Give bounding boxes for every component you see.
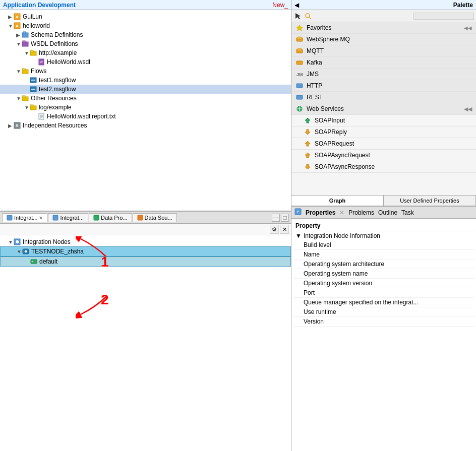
- http-icon: [295, 82, 304, 90]
- prop-row-version: Version: [293, 317, 474, 327]
- tree-item-helloworld[interactable]: ▼ A helloworld: [0, 21, 291, 30]
- palette-search-btn[interactable]: [304, 12, 313, 21]
- palette-item-soapreply[interactable]: SOAPReply: [291, 126, 476, 138]
- favorites-expand: ◀◀: [464, 25, 472, 31]
- palette-section-http[interactable]: HTTP: [291, 80, 476, 92]
- new-link[interactable]: New_: [272, 2, 288, 9]
- svg-rect-7: [23, 41, 25, 43]
- tree-label-integration-nodes: Integration Nodes: [23, 238, 71, 245]
- arrow-test1: [24, 78, 29, 83]
- maximize-btn[interactable]: □: [281, 214, 289, 222]
- tree-item-default[interactable]: default: [0, 256, 291, 267]
- tree-label-flows: Flows: [31, 68, 46, 75]
- tree-item-http-example[interactable]: ▼ http://example: [0, 48, 291, 57]
- svg-point-33: [15, 240, 19, 244]
- palette-cursor-btn[interactable]: [293, 12, 303, 21]
- properties-tab-sep1: ✕: [339, 209, 344, 216]
- svg-rect-52: [296, 84, 303, 88]
- tree-item-integration-nodes[interactable]: ▼ Integration Nodes: [0, 237, 291, 246]
- svg-text:R: R: [16, 123, 19, 128]
- palette-section-kafka[interactable]: Kafka: [291, 57, 476, 69]
- tree-item-test1[interactable]: test1.msgflow: [0, 76, 291, 85]
- tab-close-1[interactable]: ✕: [39, 215, 43, 221]
- folder-icon-http: [29, 49, 37, 57]
- palette-section-jms[interactable]: JMS JMS: [291, 69, 476, 80]
- svg-rect-21: [30, 105, 33, 107]
- tree-label-schema: Schema Definitions: [31, 31, 83, 38]
- palette-item-soaprequest[interactable]: SOAPRequest: [291, 138, 476, 150]
- palette-section-rest[interactable]: REST: [291, 92, 476, 103]
- tab-label-4: Data Sou...: [145, 215, 172, 221]
- svg-rect-49: [298, 48, 302, 51]
- palette-tabs: Graph User Defined Properties: [291, 195, 476, 206]
- tab-integrat2[interactable]: Integrat...: [48, 213, 88, 222]
- tab-datapro[interactable]: Data Pro...: [89, 213, 132, 222]
- tab-problems[interactable]: Problems: [348, 209, 374, 216]
- tree-label-log-example: log/example: [39, 104, 72, 111]
- mqtt-icon: [295, 47, 304, 55]
- new-server-btn[interactable]: ⚙: [270, 225, 279, 234]
- tab-integrat1[interactable]: Integrat... ✕: [2, 213, 47, 222]
- svg-rect-28: [7, 215, 12, 220]
- tab-datasou[interactable]: Data Sou...: [133, 213, 177, 222]
- minimize-btn[interactable]: —: [272, 214, 280, 222]
- tab-outline[interactable]: Outline: [378, 209, 397, 216]
- palette-label-webservices: Web Services: [307, 105, 344, 112]
- tree-label-guilun: GuiLun: [23, 13, 42, 20]
- palette-section-webservices[interactable]: Web Services ◀◀: [291, 103, 476, 115]
- arrow-wsdl: ▼: [16, 41, 21, 47]
- tree-item-other[interactable]: ▼ Other Resources: [0, 94, 291, 103]
- palette-item-soappinput[interactable]: SOAPInput: [291, 115, 476, 126]
- palette-section-favorites[interactable]: Favorites ◀◀: [291, 22, 476, 34]
- palette-panel: ◀ Palette Favorites: [291, 0, 476, 207]
- tree-label-testnode: TESTNODE_zhsha: [31, 248, 84, 255]
- tree-item-flows[interactable]: ▼ Flows: [0, 67, 291, 76]
- flow-icon-test1: [29, 76, 37, 84]
- project-icon: A: [13, 13, 21, 21]
- tree-item-schema[interactable]: ▶ Schema Definitions: [0, 30, 291, 39]
- prop-row-port: Port: [293, 288, 474, 298]
- tree-label-http-example: http://example: [39, 49, 77, 56]
- tab-icon-2: [52, 215, 58, 221]
- svg-rect-9: [30, 50, 33, 52]
- back-arrow-icon[interactable]: ◀: [294, 2, 299, 9]
- prop-section-integration-node[interactable]: ▼ Integration Node Information: [293, 231, 474, 240]
- tree-item-wsdl[interactable]: ▼ WSDL Definitions: [0, 39, 291, 48]
- tree-label-helloworld: helloworld: [23, 22, 50, 29]
- tree-item-helloworld-wsdl[interactable]: W HelloWorld.wsdl: [0, 57, 291, 67]
- palette-tab-user-defined[interactable]: User Defined Properties: [384, 196, 476, 206]
- palette-label-mqtt: MQTT: [307, 47, 324, 54]
- prop-label-build-level: Build level: [304, 241, 331, 248]
- close-panel-btn[interactable]: ✕: [280, 225, 289, 234]
- rest-icon: [295, 93, 304, 101]
- soaprequest-icon: [304, 140, 312, 148]
- tree-item-independent[interactable]: ▶ R Independent Resources: [0, 121, 291, 130]
- tab-task[interactable]: Task: [401, 209, 414, 216]
- tree-item-guilun[interactable]: ▶ A GuiLun: [0, 12, 291, 21]
- arrow-log-example: ▼: [24, 105, 29, 110]
- tab-properties[interactable]: Properties: [306, 209, 335, 216]
- arrow-test2: [24, 87, 29, 92]
- palette-section-mqtt[interactable]: MQTT: [291, 45, 476, 57]
- palette-section-mq[interactable]: WebSphere MQ: [291, 34, 476, 45]
- palette-item-soapasyncresp[interactable]: SOAPAsyncResponse: [291, 161, 476, 173]
- svg-marker-45: [296, 25, 303, 31]
- tree-item-log-example[interactable]: ▼ log/example: [0, 103, 291, 112]
- tree-item-testnode[interactable]: ▼ TESTNODE_zhsha: [0, 246, 291, 256]
- tree-item-report-txt[interactable]: HelloWorld.wsdl.report.txt: [0, 112, 291, 121]
- palette-scroll[interactable]: Favorites ◀◀ WebSphere MQ MQTT: [291, 22, 476, 195]
- integration-nodes-icon: [13, 238, 21, 246]
- palette-label-rest: REST: [307, 94, 323, 101]
- svg-rect-50: [296, 61, 303, 65]
- svg-marker-57: [305, 118, 310, 123]
- palette-tab-graph[interactable]: Graph: [291, 196, 384, 206]
- properties-header: P Properties ✕ Problems Outline Task: [291, 207, 476, 219]
- tree-item-test2[interactable]: test2.msgflow: [0, 85, 291, 94]
- arrow-helloworld: ▼: [8, 23, 13, 29]
- tab-icon-1: [7, 215, 13, 221]
- flows-folder-icon: [21, 67, 29, 75]
- prop-label-queue-manager: Queue manager specified on the integrat.…: [304, 299, 418, 306]
- arrow-flows: ▼: [16, 69, 21, 74]
- tree-label-test2: test2.msgflow: [39, 86, 76, 93]
- palette-item-soapasyncreq[interactable]: SOAPAsyncRequest: [291, 150, 476, 161]
